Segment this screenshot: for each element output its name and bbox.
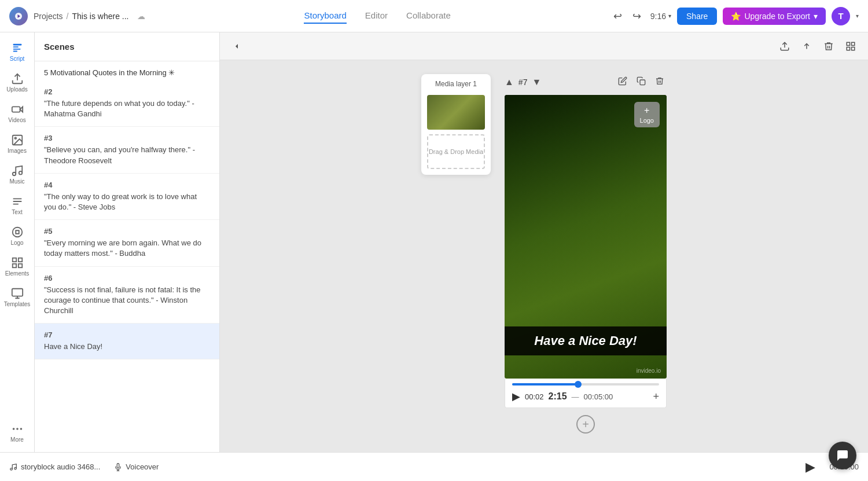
move-up-button[interactable] [799,38,815,54]
svg-point-20 [16,428,19,430]
projects-link[interactable]: Projects [34,12,63,21]
scene-item-3[interactable]: #3 "Believe you can, and you're halfway … [35,127,219,173]
add-time-button[interactable]: + [653,391,659,403]
delete-button[interactable] [821,38,837,54]
time-separator: — [572,392,579,401]
sidebar: Script Uploads Videos Images Music Text … [0,32,35,452]
grid-view-button[interactable] [843,38,859,54]
delete-scene-button[interactable] [653,74,667,90]
video-text-overlay: Have a Nice Day! [505,326,667,355]
scenes-group-title: 5 Motivational Quotes in the Morning ✳ [35,61,219,80]
duplicate-scene-button[interactable] [634,74,648,90]
aspect-ratio[interactable]: 9:16 ▾ [650,12,671,21]
sidebar-item-uploads[interactable]: Uploads [2,68,33,97]
scene-text-4: "The only way to do great work is to lov… [44,192,210,212]
video-actions [616,74,667,90]
svg-rect-18 [12,289,22,296]
svg-point-13 [12,227,22,237]
upgrade-button[interactable]: ⭐ Upgrade to Export ▾ [723,8,826,25]
avatar-caret-icon: ▾ [856,13,859,19]
redo-button[interactable]: ↪ [629,8,645,25]
logo-button[interactable]: + Logo [634,102,660,127]
scene-num-7: #7 [44,331,210,339]
upload-icon-button[interactable] [777,38,793,54]
sidebar-item-images-label: Images [8,148,27,154]
video-time-row: ▶ 00:02 2:15 — 00:05:00 + [512,390,659,403]
sidebar-item-text-label: Text [12,209,22,215]
sidebar-item-templates[interactable]: Templates [2,282,33,312]
add-scene-area: + [576,415,595,434]
sidebar-item-music-label: Music [9,178,24,185]
media-drop-zone[interactable]: Drag & Drop Media [427,134,485,169]
mic-icon [114,463,122,471]
edit-scene-button[interactable] [616,74,630,90]
scene-text-2: "The future depends on what you do today… [44,98,210,119]
cloud-icon: ☁ [137,12,145,21]
sidebar-item-more[interactable]: More [2,418,33,447]
canvas-toolbar-left [229,39,244,54]
sidebar-item-script-label: Script [10,56,25,62]
play-button[interactable]: ▶ [512,390,520,403]
sidebar-item-logo[interactable]: Logo [2,221,33,251]
next-scene-button[interactable]: ▼ [532,77,541,87]
sidebar-item-text[interactable]: Text [2,190,33,220]
scene-num-5: #5 [44,227,210,236]
svg-point-29 [10,468,13,470]
sidebar-item-videos-label: Videos [8,117,25,123]
top-nav: Projects / This is where ... ☁ Storyboar… [0,0,868,32]
svg-rect-17 [18,264,21,267]
scene-item-5[interactable]: #5 "Every morning we are born again. Wha… [35,220,219,266]
time-bold: 2:15 [549,391,567,402]
tab-collaborate[interactable]: Collaborate [406,8,451,24]
upgrade-icon: ⭐ [731,12,741,21]
scene-num-6: #6 [44,274,210,282]
time-current: 00:02 [525,392,544,401]
breadcrumb: Projects / This is where ... ☁ [34,12,145,21]
svg-rect-14 [12,258,16,262]
tab-editor[interactable]: Editor [365,8,388,24]
scene-item-7[interactable]: #7 Have a Nice Day! [35,324,219,359]
prev-scene-button[interactable]: ▲ [505,77,514,87]
video-controls: ▶ 00:02 2:15 — 00:05:00 + [505,379,667,408]
progress-bar[interactable] [512,383,659,385]
canvas-main: Media layer 1 Drag & Drop Media ▲ #7 ▼ [220,60,868,452]
svg-rect-27 [852,47,855,50]
sidebar-item-music[interactable]: Music [2,160,33,189]
svg-rect-25 [852,42,855,45]
progress-knob[interactable] [575,381,582,388]
sidebar-item-more-label: More [10,436,24,443]
music-icon [9,463,17,471]
voiceover-track[interactable]: Voiceover [114,462,159,471]
share-button[interactable]: Share [677,8,717,25]
sidebar-item-script[interactable]: Script [2,37,33,67]
scene-text-6: "Success is not final, failure is not fa… [44,285,210,317]
tab-storyboard[interactable]: Storyboard [304,8,346,24]
video-top-bar: ▲ #7 ▼ [505,74,667,90]
undo-button[interactable]: ↩ [610,8,626,25]
scene-text-7: Have a Nice Day! [44,342,210,352]
sidebar-item-elements-label: Elements [5,270,30,277]
upgrade-caret-icon: ▾ [814,12,818,21]
user-avatar[interactable]: T [832,7,850,25]
media-layer-thumbnail[interactable] [427,95,485,130]
scenes-header: Scenes [35,32,219,61]
undo-redo-group: ↩ ↪ [610,8,645,25]
video-preview-outer: ▲ #7 ▼ [505,74,667,434]
video-frame: + Logo Have a Nice Day! invideo.io [505,95,667,379]
chat-button[interactable] [829,442,856,469]
bottom-play-button[interactable]: ▶ [806,460,815,475]
audio-track[interactable]: storyblock audio 3468... [9,462,100,471]
collapse-panel-button[interactable] [229,39,244,54]
scene-item-2[interactable]: #2 "The future depends on what you do to… [35,80,219,127]
scene-num-4: #4 [44,181,210,189]
scene-item-6[interactable]: #6 "Success is not final, failure is not… [35,267,219,324]
app-logo[interactable] [9,7,28,25]
canvas-toolbar [220,32,868,60]
svg-rect-28 [640,80,645,85]
add-scene-button[interactable]: + [576,415,595,434]
sidebar-item-elements[interactable]: Elements [2,252,33,281]
sidebar-item-videos[interactable]: Videos [2,98,33,128]
scene-item-4[interactable]: #4 "The only way to do great work is to … [35,174,219,220]
svg-rect-2 [13,44,21,46]
sidebar-item-images[interactable]: Images [2,129,33,159]
